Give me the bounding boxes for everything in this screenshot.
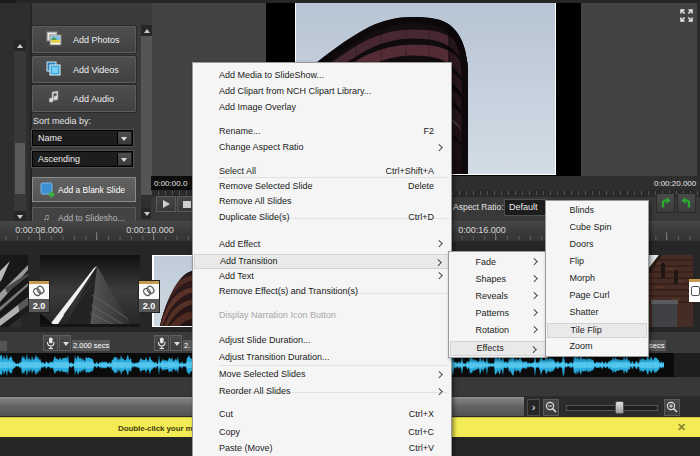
svg-text:0:00:10.000: 0:00:10.000 — [126, 225, 174, 235]
svg-text:0:00:16.000: 0:00:16.000 — [458, 225, 506, 235]
svg-text:0:00:08.000: 0:00:08.000 — [15, 225, 63, 235]
